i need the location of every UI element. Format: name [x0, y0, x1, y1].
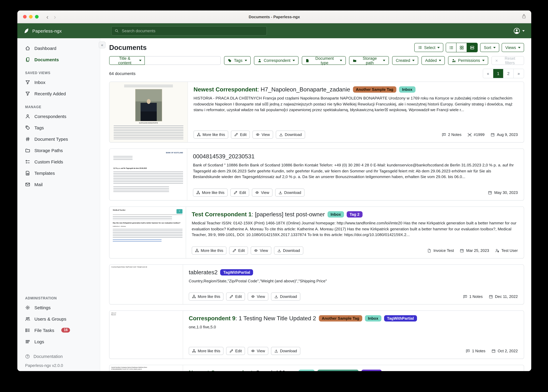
documentation-link[interactable]: Documentation	[17, 351, 100, 362]
sidebar-item-correspondents[interactable]: Correspondents	[17, 111, 100, 122]
edit-button[interactable]: Edit	[229, 246, 248, 255]
edit-button[interactable]: Edit	[226, 293, 245, 301]
sidebar-item-dashboard[interactable]: Dashboard	[17, 42, 100, 54]
sidebar-item-mail[interactable]: Mail	[17, 179, 100, 190]
sidebar-item-logs[interactable]: Logs	[17, 336, 100, 347]
tag-chip[interactable]: Inbox	[365, 315, 381, 321]
document-thumbnail[interactable]: Country,Region/State,"Zip/Postal Code","…	[109, 265, 183, 304]
app-logo[interactable]: Paperless-ngx	[17, 28, 100, 34]
tags-filter-button[interactable]: Tags	[224, 56, 251, 65]
document-title-link[interactable]: tablerates2	[189, 269, 218, 276]
view-details-button[interactable]	[467, 43, 477, 52]
tag-chip[interactable]: TagWithPartial	[384, 315, 417, 321]
user-menu[interactable]	[513, 27, 525, 34]
pagination-page-1[interactable]: 1	[493, 69, 504, 78]
document-thumbnail[interactable]: NAPOLEON BONAPARTE	[109, 82, 188, 142]
storage-path-filter-button[interactable]: Storage path	[349, 56, 389, 65]
added-filter-button[interactable]: Added	[421, 56, 445, 65]
pencil-icon	[230, 294, 233, 299]
sidebar-item-templates[interactable]: Templates	[17, 167, 100, 179]
views-button[interactable]: Views	[502, 43, 524, 52]
download-button[interactable]: Download	[271, 347, 300, 355]
sidebar-item-storage-paths[interactable]: Storage Paths	[17, 145, 100, 156]
correspondent-filter-button[interactable]: Correspondent	[254, 56, 299, 65]
edit-button[interactable]: Edit	[231, 189, 249, 196]
document-count: 64 documents	[109, 71, 136, 76]
document-thumbnail[interactable]: Medical Teacher T Has the new Kirkpatric…	[109, 207, 186, 258]
view-grid-button[interactable]	[457, 43, 467, 52]
document-thumbnail[interactable]: Serial Number,Company Name,Employee Mark…	[109, 365, 183, 371]
tag-chip[interactable]	[317, 370, 359, 371]
notes-indicator[interactable]: 2 Notes	[442, 132, 461, 137]
tag-chip[interactable]: Another Sample Tag	[319, 315, 362, 321]
owner-indicator: Test User	[495, 248, 518, 253]
permissions-filter-button[interactable]: Permissions	[448, 56, 488, 65]
sidebar-item-label: Users & Groups	[34, 316, 66, 321]
sidebar-item-tags[interactable]: Tags	[17, 122, 100, 133]
sort-button[interactable]: Sort	[480, 43, 499, 52]
created-filter-button[interactable]: Created	[392, 56, 418, 65]
title-content-dropdown[interactable]: Title & content	[109, 56, 145, 65]
sidebar-item-label: Mail	[34, 182, 43, 187]
tag-chip[interactable]	[361, 370, 382, 371]
document-thumbnail[interactable]: BANK OF SCOTLAND 2,0 % p. a. auf Ihr Tag…	[109, 149, 187, 200]
download-button[interactable]: Download	[274, 246, 303, 255]
tag-chip[interactable]: Another Sample Tag	[353, 86, 396, 92]
tag-chip[interactable]: Tag 2	[346, 211, 362, 217]
more-like-this-button[interactable]: More like this	[189, 293, 224, 301]
download-button[interactable]: Download	[276, 131, 305, 139]
more-like-this-button[interactable]: More like this	[189, 347, 224, 355]
sidebar-item-file-tasks[interactable]: File Tasks 16	[17, 324, 100, 336]
document-title-link[interactable]: Test Correspondent 1: [paperless] test p…	[192, 211, 325, 218]
sidebar-item-settings[interactable]: Settings	[17, 302, 100, 313]
sidebar-item-users-groups[interactable]: Users & Groups	[17, 313, 100, 324]
edit-button[interactable]: Edit	[226, 347, 245, 355]
reset-filters-button[interactable]: × Reset filters	[491, 56, 524, 65]
share-icon[interactable]	[521, 14, 526, 20]
more-like-this-button[interactable]: More like this	[194, 131, 228, 139]
view-button[interactable]: View	[252, 131, 273, 139]
document-title-link[interactable]: Newest Correspondent: Sample100.csv	[189, 369, 296, 371]
sidebar-item-inbox[interactable]: Inbox	[17, 77, 100, 88]
tag-chip[interactable]: TagWithPartial	[220, 269, 253, 275]
envelope-icon	[25, 182, 30, 187]
view-list-button[interactable]	[446, 43, 457, 52]
view-button[interactable]: View	[252, 189, 273, 196]
pagination-prev-button[interactable]: «	[483, 69, 493, 78]
notes-indicator[interactable]: 1 Notes	[463, 294, 483, 299]
home-icon	[25, 46, 30, 51]
sidebar-collapse-button[interactable]: «	[99, 42, 106, 49]
document-thumbnail[interactable]: one,1.0 five,5.0	[109, 311, 183, 358]
sidebar-item-document-types[interactable]: Document Types	[17, 133, 100, 145]
view-button[interactable]: View	[251, 246, 271, 255]
edit-button[interactable]: Edit	[231, 131, 250, 139]
pagination-next-button[interactable]: »	[514, 69, 524, 78]
download-button[interactable]: Download	[271, 293, 300, 301]
document-snippet: Country,Region/State,"Zip/Postal Code","…	[189, 278, 518, 284]
sidebar-item-recently-added[interactable]: Recently Added	[17, 88, 100, 99]
thumbnail-title: Has the new Kirkpatrick generation built…	[113, 222, 182, 224]
document-title-link[interactable]: Newest Correspondent: H7_Napoleon_Bonapa…	[194, 86, 350, 93]
view-button[interactable]: View	[248, 293, 268, 301]
download-button[interactable]: Download	[275, 189, 304, 196]
date-indicator: Mar 25, 2023	[460, 248, 489, 253]
tag-chip[interactable]: Inbox	[328, 211, 344, 217]
more-like-this-button[interactable]: More like this	[192, 246, 227, 255]
tag-chip[interactable]: Inbox	[298, 370, 315, 371]
global-search-box[interactable]	[111, 26, 267, 35]
sidebar-item-custom-fields[interactable]: Custom Fields	[17, 156, 100, 167]
search-input[interactable]	[121, 28, 264, 33]
sidebar-item-label: Storage Paths	[34, 148, 63, 153]
tag-chip[interactable]: Inbox	[399, 86, 415, 92]
document-type-filter-button[interactable]: Document type	[302, 56, 346, 65]
view-button[interactable]: View	[248, 347, 268, 355]
notes-indicator[interactable]: 1 Notes	[466, 349, 485, 353]
pagination-page-2[interactable]: 2	[504, 69, 514, 78]
more-like-this-button[interactable]: More like this	[193, 189, 228, 196]
sidebar-item-documents[interactable]: Documents	[17, 54, 100, 65]
document-title-link[interactable]: Correspondent 9: 1 Testing New Title Upd…	[189, 315, 316, 322]
document-title-link[interactable]: 0004814539_20230531	[193, 153, 255, 160]
title-content-input[interactable]	[145, 56, 221, 65]
select-button[interactable]: Select	[414, 43, 443, 52]
sidebar-item-label: Correspondents	[34, 114, 66, 119]
